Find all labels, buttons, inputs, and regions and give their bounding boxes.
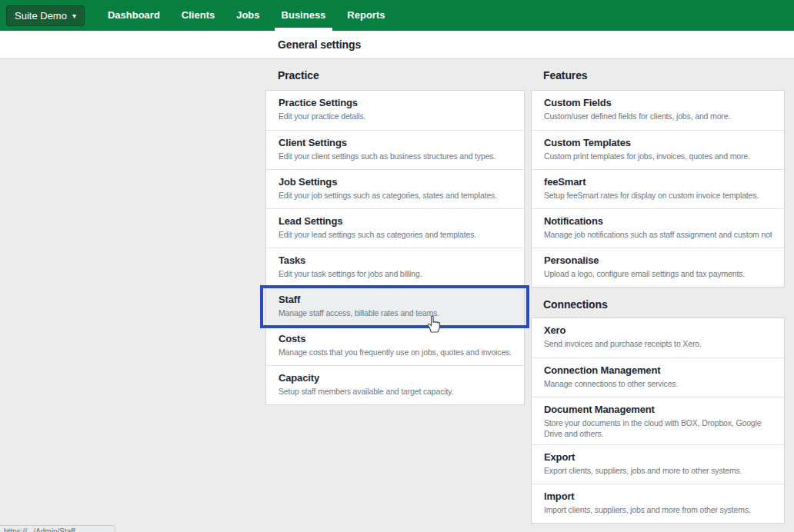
item-title: Lead Settings	[279, 215, 512, 228]
section-header-features: Features	[531, 68, 785, 83]
item-description: Import clients, suppliers, jobs and more…	[544, 504, 772, 515]
item-title: Costs	[279, 333, 512, 345]
connections-panel: XeroSend invoices and purchase receipts …	[531, 318, 785, 524]
section-header-connections: Connections	[531, 297, 785, 312]
nav-tab-clients[interactable]: Clients	[171, 0, 225, 31]
item-description: Manage job notifications such as staff a…	[544, 229, 772, 240]
settings-item-lead-settings[interactable]: Lead SettingsEdit your lead settings suc…	[266, 208, 524, 248]
status-url-text: https://.../Admin/Staff...	[4, 527, 115, 532]
item-title: Xero	[544, 324, 772, 337]
settings-item-tasks[interactable]: TasksEdit your task settings for jobs an…	[266, 248, 524, 287]
nav-tab-jobs[interactable]: Jobs	[225, 0, 270, 31]
org-name: Suite Demo	[15, 10, 67, 22]
item-description: Setup feeSmart rates for display on cust…	[544, 190, 772, 201]
item-title: Client Settings	[279, 137, 512, 149]
item-description: Send invoices and purchase receipts to X…	[544, 338, 772, 349]
page-title: General settings	[278, 38, 361, 51]
section-header-practice: Practice	[265, 68, 525, 83]
item-description: Custom/user defined fields for clients, …	[544, 111, 772, 121]
settings-item-notifications[interactable]: NotificationsManage job notifications su…	[532, 208, 784, 248]
item-title: Staff	[279, 294, 512, 306]
item-title: Tasks	[279, 254, 512, 267]
item-title: Job Settings	[279, 176, 512, 188]
item-description: Manage costs that you frequently use on …	[279, 347, 512, 357]
settings-item-practice-settings[interactable]: Practice SettingsEdit your practice deta…	[266, 91, 524, 130]
item-description: Export clients, suppliers, jobs and more…	[544, 465, 772, 476]
features-column: Features Custom FieldsCustom/user define…	[531, 68, 785, 524]
nav-tab-business[interactable]: Business	[271, 0, 337, 31]
settings-item-export[interactable]: ExportExport clients, suppliers, jobs an…	[532, 444, 784, 484]
caret-down-icon: ▾	[72, 12, 76, 20]
item-description: Edit your job settings such as categorie…	[279, 190, 512, 201]
item-title: Capacity	[279, 372, 512, 384]
settings-item-client-settings[interactable]: Client SettingsEdit your client settings…	[266, 130, 524, 169]
settings-item-custom-templates[interactable]: Custom TemplatesCustom print templates f…	[532, 130, 784, 169]
settings-item-costs[interactable]: CostsManage costs that you frequently us…	[266, 326, 524, 365]
item-title: feeSmart	[544, 176, 772, 188]
settings-item-custom-fields[interactable]: Custom FieldsCustom/user defined fields …	[532, 91, 784, 130]
item-description: Manage connections to other services.	[544, 378, 772, 389]
settings-item-staff[interactable]: StaffManage staff access, billable rates…	[266, 287, 524, 326]
practice-column: Practice Practice SettingsEdit your prac…	[265, 68, 525, 405]
practice-panel: Practice SettingsEdit your practice deta…	[265, 90, 525, 405]
features-panel: Custom FieldsCustom/user defined fields …	[531, 90, 785, 288]
item-title: Custom Templates	[544, 137, 772, 149]
item-title: Connection Management	[544, 364, 772, 377]
browser-status-bar: https://.../Admin/Staff...	[0, 525, 115, 532]
app-window: Suite Demo ▾ DashboardClientsJobsBusines…	[0, 0, 794, 532]
settings-item-xero[interactable]: XeroSend invoices and purchase receipts …	[532, 318, 784, 357]
nav-tabs: DashboardClientsJobsBusinessReports	[97, 0, 396, 31]
item-description: Store your documents in the cloud with B…	[544, 417, 772, 439]
item-title: Export	[544, 451, 772, 464]
settings-item-capacity[interactable]: CapacitySetup staff members available an…	[266, 365, 524, 404]
top-navigation: Suite Demo ▾ DashboardClientsJobsBusines…	[0, 0, 794, 31]
settings-item-connection-management[interactable]: Connection ManagementManage connections …	[532, 357, 784, 397]
page-header: General settings	[0, 31, 794, 59]
item-description: Upload a logo, configure email settings …	[544, 268, 772, 279]
nav-tab-dashboard[interactable]: Dashboard	[97, 0, 171, 31]
item-title: Custom Fields	[544, 97, 772, 109]
item-description: Edit your task settings for jobs and bil…	[279, 268, 512, 279]
settings-item-import[interactable]: ImportImport clients, suppliers, jobs an…	[532, 484, 784, 523]
nav-tab-reports[interactable]: Reports	[336, 0, 395, 31]
item-description: Manage staff access, billable rates and …	[279, 308, 512, 318]
item-description: Edit your practice details.	[279, 111, 512, 121]
org-switcher-button[interactable]: Suite Demo ▾	[6, 5, 85, 26]
item-description: Edit your lead settings such as categori…	[279, 229, 512, 240]
settings-item-personalise[interactable]: PersonaliseUpload a logo, configure emai…	[532, 248, 784, 287]
item-title: Personalise	[544, 254, 772, 267]
item-title: Practice Settings	[279, 97, 512, 109]
item-title: Import	[544, 490, 772, 503]
item-description: Custom print templates for jobs, invoice…	[544, 151, 772, 161]
settings-item-feesmart[interactable]: feeSmartSetup feeSmart rates for display…	[532, 169, 784, 208]
item-title: Document Management	[544, 404, 772, 416]
item-title: Notifications	[544, 215, 772, 228]
item-description: Setup staff members available and target…	[279, 386, 512, 397]
item-description: Edit your client settings such as busine…	[279, 151, 512, 161]
settings-item-job-settings[interactable]: Job SettingsEdit your job settings such …	[266, 169, 524, 208]
settings-item-document-management[interactable]: Document ManagementStore your documents …	[532, 397, 784, 444]
